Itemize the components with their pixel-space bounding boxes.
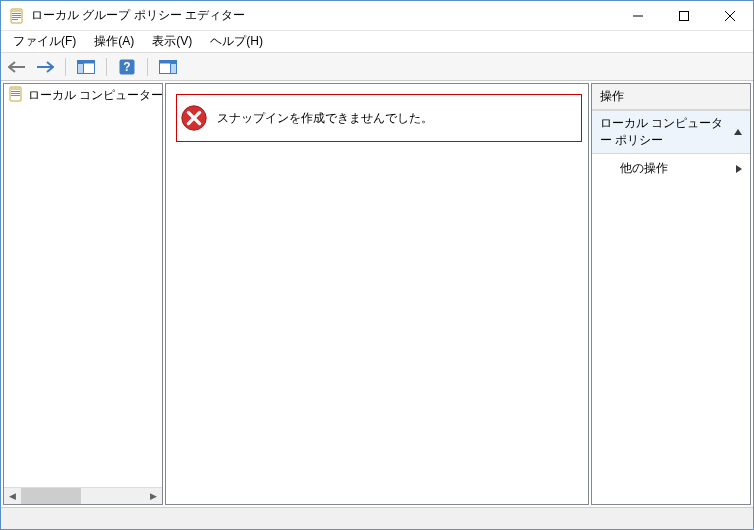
menu-view[interactable]: 表示(V) xyxy=(144,31,200,52)
svg-rect-3 xyxy=(12,15,21,16)
submenu-arrow-icon xyxy=(736,165,742,173)
actions-header: 操作 xyxy=(592,84,750,110)
show-hide-actions-button[interactable] xyxy=(156,56,180,78)
svg-rect-20 xyxy=(11,91,20,92)
toolbar: ? xyxy=(1,53,753,81)
svg-rect-21 xyxy=(11,93,20,94)
scroll-track[interactable] xyxy=(21,488,145,504)
maximize-button[interactable] xyxy=(661,1,707,30)
error-icon xyxy=(179,103,209,133)
status-bar xyxy=(1,507,753,529)
svg-rect-19 xyxy=(11,89,20,90)
main-area: ローカル コンピューター ポリシ ◀ ▶ スナップインを作成できませんでした。 xyxy=(1,81,753,507)
actions-more-label: 他の操作 xyxy=(620,160,668,177)
show-hide-tree-button[interactable] xyxy=(74,56,98,78)
minimize-button[interactable] xyxy=(615,1,661,30)
error-message: スナップインを作成できませんでした。 xyxy=(217,110,433,127)
close-button[interactable] xyxy=(707,1,753,30)
svg-rect-1 xyxy=(12,10,21,11)
menu-help[interactable]: ヘルプ(H) xyxy=(202,31,271,52)
actions-scope-label: ローカル コンピューター ポリシー xyxy=(600,115,734,149)
error-box: スナップインを作成できませんでした。 xyxy=(176,94,582,142)
svg-rect-17 xyxy=(171,63,177,73)
tree-panel: ローカル コンピューター ポリシ ◀ ▶ xyxy=(3,83,163,505)
svg-rect-5 xyxy=(12,19,18,20)
actions-more-item[interactable]: 他の操作 xyxy=(592,154,750,183)
menu-bar: ファイル(F) 操作(A) 表示(V) ヘルプ(H) xyxy=(1,31,753,53)
svg-rect-22 xyxy=(11,95,20,96)
actions-scope-item[interactable]: ローカル コンピューター ポリシー xyxy=(592,110,750,154)
nav-forward-button[interactable] xyxy=(33,56,57,78)
svg-rect-7 xyxy=(680,11,689,20)
title-bar: ローカル グループ ポリシー エディター xyxy=(1,1,753,31)
content-panel: スナップインを作成できませんでした。 xyxy=(165,83,589,505)
tree-view[interactable]: ローカル コンピューター ポリシ xyxy=(4,84,162,487)
actions-panel: 操作 ローカル コンピューター ポリシー 他の操作 xyxy=(591,83,751,505)
scroll-left-arrow[interactable]: ◀ xyxy=(4,488,21,504)
toolbar-separator xyxy=(65,58,66,76)
help-button[interactable]: ? xyxy=(115,56,139,78)
menu-file[interactable]: ファイル(F) xyxy=(5,31,84,52)
scroll-right-arrow[interactable]: ▶ xyxy=(145,488,162,504)
app-icon xyxy=(9,8,25,24)
menu-action[interactable]: 操作(A) xyxy=(86,31,142,52)
nav-back-button[interactable] xyxy=(5,56,29,78)
svg-rect-12 xyxy=(78,63,84,73)
svg-text:?: ? xyxy=(123,60,130,74)
svg-rect-4 xyxy=(12,17,21,18)
svg-rect-2 xyxy=(12,13,21,14)
tree-root-item[interactable]: ローカル コンピューター ポリシ xyxy=(4,84,162,107)
toolbar-separator xyxy=(106,58,107,76)
toolbar-separator xyxy=(147,58,148,76)
tree-horizontal-scrollbar[interactable]: ◀ ▶ xyxy=(4,487,162,504)
collapse-up-icon xyxy=(734,129,742,135)
scroll-thumb[interactable] xyxy=(21,488,81,504)
window-controls xyxy=(615,1,753,30)
tree-root-label: ローカル コンピューター ポリシ xyxy=(28,87,162,104)
policy-icon xyxy=(8,86,24,105)
window-title: ローカル グループ ポリシー エディター xyxy=(31,7,615,24)
